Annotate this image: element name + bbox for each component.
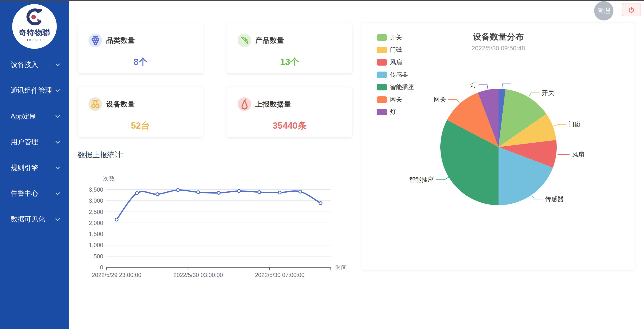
- stat-card-1: 产品数量13个: [227, 23, 352, 74]
- data-point: [136, 192, 138, 195]
- line-chart-heading: 数据上报统计:: [78, 150, 124, 160]
- pie-label-line-5: [436, 177, 449, 180]
- fruit-slice-icon: [239, 35, 250, 46]
- stat-card-value: 8个: [78, 56, 203, 68]
- data-point: [319, 202, 322, 205]
- chevron-down-icon: [56, 216, 60, 221]
- sidebar-item-3[interactable]: 用户管理: [0, 129, 69, 155]
- data-point: [115, 218, 118, 221]
- sidebar-item-label: App定制: [10, 112, 36, 121]
- chevron-down-icon: [56, 190, 60, 195]
- stat-card-value: 52台: [78, 119, 203, 132]
- y-tick-label: 0: [100, 264, 103, 270]
- y-tick-label: 1,500: [89, 231, 103, 237]
- sidebar-item-label: 用户管理: [10, 137, 38, 147]
- y-axis-name: 次数: [103, 175, 115, 182]
- chevron-down-icon: [56, 87, 60, 92]
- dashboard-page: 奇特物聯 IOTKIT 设备接入通讯组件管理App定制用户管理规则引擎告警中心数…: [0, 0, 644, 329]
- pie-slice-label-2: 门磁: [568, 121, 580, 128]
- data-point: [238, 190, 240, 193]
- sidebar-item-1[interactable]: 通讯组件管理: [0, 78, 69, 103]
- x-axis-name: 时间: [335, 264, 347, 270]
- pie-slice-label-6: 网关: [434, 96, 446, 103]
- pie-slice-label-1: 开关: [542, 90, 554, 96]
- data-point: [197, 191, 200, 194]
- chevron-down-icon: [56, 62, 60, 66]
- pie-slice-label-4: 传感器: [545, 196, 564, 202]
- sidebar-item-label: 通讯组件管理: [10, 86, 52, 95]
- sidebar-item-label: 告警中心: [10, 189, 38, 198]
- pie-label-line-7: [479, 85, 488, 90]
- stat-card-title: 设备数量: [106, 97, 135, 111]
- user-avatar[interactable]: 管理: [594, 1, 614, 21]
- top-dark-strip: [0, 0, 644, 2]
- stat-card-2: 设备数量52台: [78, 87, 203, 137]
- sidebar-item-6[interactable]: 数据可见化: [0, 206, 69, 232]
- x-tick-label: 2022/5/30 07:00:00: [255, 272, 304, 278]
- stat-card-title: 品类数量: [106, 34, 135, 47]
- data-point: [298, 190, 302, 193]
- y-tick-label: 3,000: [89, 197, 103, 204]
- pie-slice-label-5: 智能插座: [409, 176, 434, 183]
- logo-subtitle: IOTKIT: [27, 38, 42, 42]
- y-tick-label: 2,500: [89, 209, 103, 215]
- stat-card-icon-circle: [88, 34, 102, 47]
- grid-lines: [106, 190, 331, 256]
- data-point: [156, 193, 159, 196]
- sidebar-item-5[interactable]: 告警中心: [0, 181, 69, 206]
- pie-label-line-6: [448, 100, 460, 103]
- x-tick-label: 2022/5/30 03:00:00: [174, 272, 223, 278]
- y-tick-label: 1,000: [89, 242, 103, 248]
- stat-card-value: 13个: [227, 56, 352, 68]
- pie-label-line-0: [502, 84, 510, 89]
- y-tick-label: 2,000: [89, 220, 103, 226]
- sidebar-item-0[interactable]: 设备接入: [0, 52, 69, 78]
- logout-button[interactable]: [622, 3, 641, 16]
- grapes-icon: [90, 35, 101, 46]
- sidebar-nav: 设备接入通讯组件管理App定制用户管理规则引擎告警中心数据可见化: [0, 52, 69, 232]
- data-point: [217, 191, 220, 194]
- pie-label-line-4: [532, 195, 543, 199]
- stat-card-0: 品类数量8个: [78, 23, 203, 74]
- pie-chart-card: 设备数量分布 2022/5/30 09:50:48 开关门磁风扇传感器智能插座网…: [362, 23, 635, 270]
- line-chart-svg: 05001,0001,5002,0002,5003,0003,500次数时间20…: [76, 173, 348, 281]
- data-point: [278, 191, 281, 194]
- power-icon: [626, 5, 636, 15]
- pear-icon: [239, 99, 250, 110]
- x-tick-label: 2022/5/29 23:00:00: [92, 272, 141, 278]
- logo: 奇特物聯 IOTKIT: [12, 4, 57, 49]
- sidebar-item-label: 设备接入: [10, 60, 38, 70]
- logo-swirl-icon: [24, 7, 45, 28]
- pie-slice-label-7: 灯: [470, 82, 476, 88]
- sidebar-item-4[interactable]: 规则引擎: [0, 155, 69, 181]
- stat-card-3: 上报数据量35440条: [227, 87, 352, 137]
- pie-label-line-2: [553, 124, 566, 126]
- y-tick-label: 500: [94, 253, 103, 259]
- data-point: [258, 191, 261, 194]
- stat-card-value: 35440条: [227, 119, 352, 132]
- chevron-down-icon: [56, 139, 60, 144]
- logo-rule-left: [16, 40, 25, 40]
- sidebar-item-label: 规则引擎: [10, 163, 38, 173]
- logo-title: 奇特物聯: [12, 28, 57, 38]
- pie-label-line-1: [528, 93, 540, 97]
- chevron-down-icon: [56, 113, 60, 118]
- sidebar: 奇特物聯 IOTKIT 设备接入通讯组件管理App定制用户管理规则引擎告警中心数…: [0, 0, 69, 329]
- sidebar-item-2[interactable]: App定制: [0, 103, 69, 129]
- logo-rule-right: [44, 40, 53, 40]
- stat-card-title: 上报数据量: [255, 97, 291, 111]
- stat-card-icon-circle: [238, 34, 251, 47]
- pie-slice-label-3: 风扇: [572, 151, 584, 158]
- y-tick-label: 3,500: [89, 186, 103, 193]
- sidebar-item-label: 数据可见化: [10, 215, 45, 224]
- logo-subtitle-row: IOTKIT: [12, 38, 57, 42]
- chevron-down-icon: [56, 165, 60, 169]
- stat-card-icon-circle: [88, 97, 102, 111]
- pie-label-line-3: [556, 154, 570, 155]
- stat-card-icon-circle: [238, 97, 251, 111]
- stat-card-title: 产品数量: [255, 34, 284, 47]
- cherries-icon: [90, 99, 101, 110]
- data-point: [176, 188, 179, 191]
- pie-chart-svg: 开关门磁风扇传感器智能插座网关灯: [362, 23, 635, 270]
